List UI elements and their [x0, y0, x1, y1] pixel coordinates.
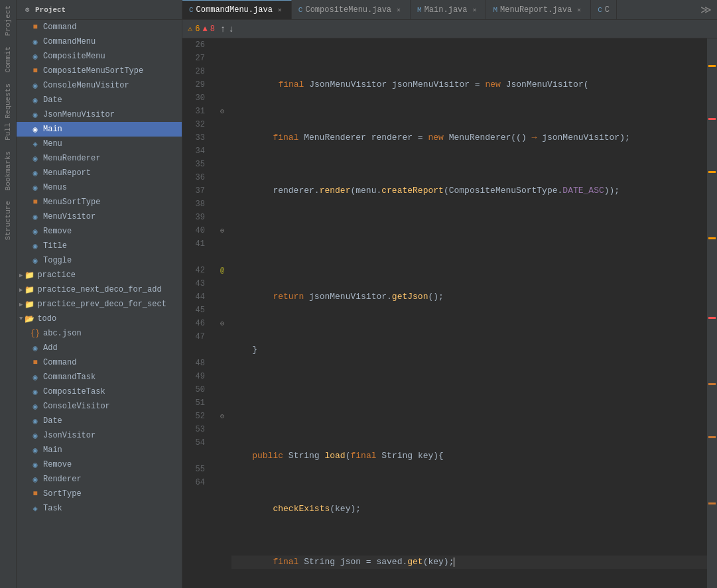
sidebar-item-commandtask[interactable]: ◉ CommandTask	[17, 370, 182, 384]
sidebar-item-toggle[interactable]: ◉ Toggle	[17, 253, 182, 268]
tab-icon: M	[417, 6, 422, 14]
sidebar-item-label: Date	[43, 416, 62, 426]
left-tab-project[interactable]: Project	[1, 0, 15, 41]
line-num-50: 50	[182, 383, 210, 396]
tab-close-main[interactable]: ✕	[470, 5, 479, 15]
code-text: }	[231, 343, 257, 357]
sidebar-tree: ■ Command ◉ CommandMenu ◉ CompositeMenu …	[17, 20, 182, 588]
tab-c[interactable]: C C	[591, 0, 617, 20]
sidebar-item-commandmenu[interactable]: ◉ CommandMenu	[17, 34, 182, 49]
fold-icon-40[interactable]: ⊖	[220, 227, 224, 235]
gutter-38	[216, 198, 229, 211]
tab-close-menureport[interactable]: ✕	[574, 5, 584, 15]
sidebar-item-task[interactable]: ◈ Task	[17, 501, 182, 516]
sidebar-item-date-top[interactable]: ◉ Date	[17, 93, 182, 107]
sidebar-item-practice[interactable]: ▶ 📁 practice	[17, 268, 182, 282]
code-content[interactable]: final JsonMenuVisitor jsonMenuVisitor = …	[229, 38, 707, 588]
sidebar-item-menuvisitor[interactable]: ◉ MenuVisitor	[17, 209, 182, 224]
class-icon: ◉	[30, 343, 40, 353]
line-num-42: 42	[182, 264, 210, 277]
tab-main[interactable]: M Main.java ✕	[411, 0, 486, 20]
sidebar-item-remove-bottom[interactable]: ◉ Remove	[17, 457, 182, 472]
line-num-32: 32	[182, 118, 210, 131]
left-tab-commit[interactable]: Commit	[1, 41, 15, 78]
sidebar-item-label: Remove	[43, 227, 72, 236]
navigate-down-button[interactable]: ↓	[228, 24, 233, 34]
code-text: (menu.	[350, 184, 381, 198]
sidebar-item-date-bottom[interactable]: ◉ Date	[17, 414, 182, 428]
gutter-36	[216, 171, 229, 184]
method-call: get	[407, 556, 423, 569]
left-tab-structure[interactable]: Structure	[1, 196, 15, 245]
sidebar-item-jsonmenuvisitor[interactable]: ◉ JsonMenuVisitor	[17, 107, 182, 122]
interface-icon: ◈	[30, 503, 40, 514]
sidebar-item-consolevisitor[interactable]: ◉ ConsoleVisitor	[17, 399, 182, 414]
keyword: final	[231, 131, 304, 145]
sidebar-item-menureport[interactable]: ◉ MenuReport	[17, 166, 182, 180]
fold-icon-52[interactable]: ⊖	[220, 412, 224, 420]
code-text: jsonMenuVisitor);	[537, 131, 629, 145]
class-icon: ◉	[30, 372, 40, 382]
fold-icon-46[interactable]: ⊖	[220, 320, 224, 327]
keyword: new	[428, 131, 448, 145]
gutter-32	[216, 118, 229, 131]
gutter-52: ⊖	[216, 410, 229, 423]
gutter-usage1	[216, 251, 229, 264]
folder-icon: 📁	[24, 284, 34, 295]
tab-close-compositemenu[interactable]: ✕	[394, 5, 403, 15]
sidebar-item-add[interactable]: ◉ Add	[17, 341, 182, 355]
tab-more-button[interactable]: ≫	[695, 3, 717, 17]
gutter-49	[216, 370, 229, 383]
sidebar-item-todo[interactable]: ▼ 📂 todo	[17, 312, 182, 326]
sidebar-item-main-top[interactable]: ◉ Main	[17, 122, 182, 137]
left-tab-bookmarks[interactable]: Bookmarks	[1, 146, 15, 196]
type-ref: JsonMenuVisitor	[309, 78, 387, 91]
sidebar-item-consolemenuvisitor[interactable]: ◉ ConsoleMenuVisitor	[17, 78, 182, 93]
sidebar-item-label: Menus	[43, 183, 67, 192]
line-num-39: 39	[182, 211, 210, 224]
tab-commandmenu[interactable]: C CommandMenu.java ✕	[182, 0, 292, 20]
class-icon: ◉	[30, 109, 40, 120]
enum-icon: ■	[30, 489, 40, 499]
sidebar-item-abc-json[interactable]: {} abc.json	[17, 326, 182, 341]
type-ref: String	[304, 556, 335, 569]
sidebar-item-menurenderer[interactable]: ◉ MenuRenderer	[17, 151, 182, 166]
fold-icon-31[interactable]: ⊖	[220, 107, 224, 115]
class-icon: ◉	[30, 211, 40, 222]
line-num-usage2	[182, 343, 210, 357]
gutter-53	[216, 423, 229, 436]
sidebar-item-practice-next[interactable]: ▶ 📁 practice_next_deco_for_add	[17, 282, 182, 297]
tab-label: CompositeMenu.java	[305, 5, 391, 15]
sidebar-item-renderer[interactable]: ◉ Renderer	[17, 472, 182, 487]
sidebar-title: Project	[35, 6, 176, 14]
sidebar-item-menusorttype[interactable]: ■ MenuSortType	[17, 195, 182, 209]
sidebar-item-command-top[interactable]: ■ Command	[17, 20, 182, 34]
sidebar-item-compositemenu[interactable]: ◉ CompositeMenu	[17, 49, 182, 64]
sidebar-item-remove[interactable]: ◉ Remove	[17, 224, 182, 239]
tab-menureport[interactable]: M MenuReport.java ✕	[486, 0, 591, 20]
sidebar-item-menus[interactable]: ◉ Menus	[17, 180, 182, 195]
line-num-55: 55	[182, 463, 210, 476]
sidebar-item-sorttype[interactable]: ■ SortType	[17, 487, 182, 501]
sidebar-item-label: Title	[43, 241, 67, 251]
sidebar-item-compositemenusorttype[interactable]: ■ CompositeMenuSortType	[17, 64, 182, 78]
sidebar-item-label: Menu	[43, 139, 62, 148]
tab-close-commandmenu[interactable]: ✕	[275, 5, 285, 15]
tab-compositemenu[interactable]: C CompositeMenu.java ✕	[292, 0, 411, 20]
code-text: .	[558, 184, 563, 198]
left-tab-pull-requests[interactable]: Pull Requests	[1, 78, 15, 146]
sidebar-item-jsonvisitor[interactable]: ◉ JsonVisitor	[17, 428, 182, 443]
sidebar-item-main-bottom[interactable]: ◉ Main	[17, 443, 182, 457]
sidebar-item-title[interactable]: ◉ Title	[17, 239, 182, 253]
sidebar-item-command-bottom[interactable]: ■ Command	[17, 355, 182, 370]
line-num-51: 51	[182, 396, 210, 410]
sidebar-item-compositetask[interactable]: ◉ CompositeTask	[17, 384, 182, 399]
sidebar-item-practice-prev[interactable]: ▶ 📁 practice_prev_deco_for_sect	[17, 297, 182, 312]
method-call: createReport	[381, 184, 444, 198]
gear-icon[interactable]: ⚙	[22, 5, 33, 15]
sidebar-item-label: ConsoleVisitor	[43, 402, 110, 411]
line-num-43: 43	[182, 277, 210, 290]
type-ref: String	[289, 449, 320, 463]
navigate-up-button[interactable]: ↑	[220, 24, 226, 34]
sidebar-item-menu[interactable]: ◈ Menu	[17, 137, 182, 151]
